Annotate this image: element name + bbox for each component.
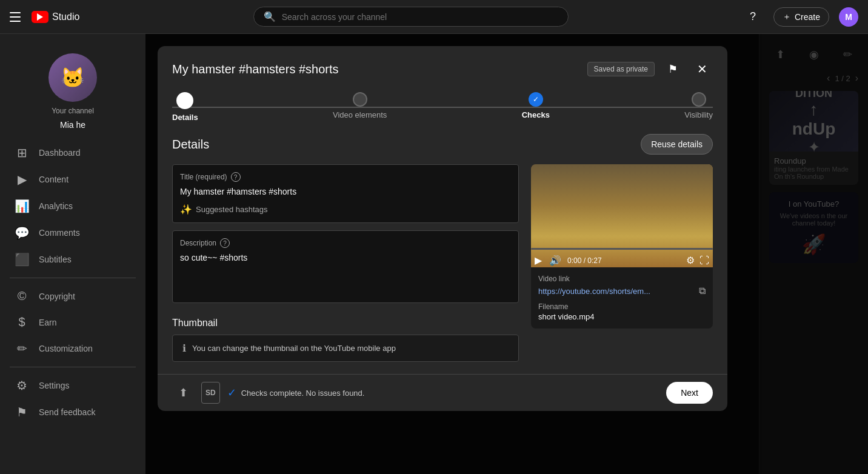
channel-avatar: 🐱 — [48, 53, 97, 102]
copyright-icon: © — [15, 289, 29, 303]
footer-status: ✓ Checks complete. No issues found. — [227, 386, 365, 399]
sidebar: 🐱 Your channel Mia he ⊞ Dashboard ▶ Cont… — [0, 34, 145, 474]
filename-label: Filename — [538, 302, 706, 311]
modal-footer: ⬆ SD ✓ Checks complete. No issues found.… — [158, 374, 727, 411]
sidebar-label-comments: Comments — [39, 228, 80, 238]
step-circle-checks: ✓ — [529, 92, 543, 107]
close-button[interactable]: ✕ — [691, 58, 713, 80]
step-visibility: Visibility — [684, 92, 713, 122]
footer-right: Next — [666, 382, 713, 404]
check-complete-icon: ✓ — [227, 386, 236, 399]
sidebar-item-earn[interactable]: $ Earn — [0, 309, 145, 335]
studio-label: Studio — [52, 12, 79, 22]
video-controls: ▶ 🔊 0:00 / 0:27 ⚙ ⛶ — [531, 253, 713, 267]
video-link-row: https://youtube.com/shorts/em... ⧉ — [538, 285, 706, 296]
step-details: Details — [172, 92, 198, 122]
step-circle-visibility — [692, 92, 706, 107]
nav-left: Studio — [10, 10, 79, 24]
help-button[interactable]: ? — [742, 6, 764, 28]
sidebar-item-copyright[interactable]: © Copyright — [0, 283, 145, 309]
earn-icon: $ — [15, 315, 29, 329]
channel-info: 🐱 Your channel Mia he — [0, 44, 145, 139]
settings-button[interactable]: ⚙ — [685, 253, 696, 267]
create-label: Create — [795, 12, 820, 22]
thumbnail-section: Thumbnail ℹ You can change the thumbnail… — [172, 318, 519, 362]
video-link[interactable]: https://youtube.com/shorts/em... — [538, 287, 650, 296]
search-input[interactable] — [282, 12, 558, 22]
reuse-details-button[interactable]: Reuse details — [641, 134, 713, 155]
sidebar-item-content[interactable]: ▶ Content — [0, 166, 145, 193]
sidebar-label-send-feedback: Send feedback — [39, 407, 95, 417]
section-title: Details — [172, 138, 209, 152]
copy-link-button[interactable]: ⧉ — [699, 285, 706, 296]
suggested-hashtags-label: Suggested hashtags — [196, 205, 268, 214]
dashboard-icon: ⊞ — [15, 145, 29, 160]
fullscreen-button[interactable]: ⛶ — [698, 253, 710, 267]
title-label: Title (required) ? — [180, 172, 511, 182]
suggested-hashtags[interactable]: ✨ Suggested hashtags — [180, 204, 511, 215]
search-icon: 🔍 — [264, 11, 276, 22]
comments-icon: 💬 — [15, 225, 29, 240]
sd-badge-button[interactable]: SD — [201, 382, 220, 404]
sidebar-item-analytics[interactable]: 📊 Analytics — [0, 193, 145, 219]
sidebar-label-subtitles: Subtitles — [39, 255, 72, 264]
sidebar-nav: ⊞ Dashboard ▶ Content 📊 Analytics 💬 Comm… — [0, 139, 145, 464]
stepper-steps: Details Video elements ✓ Checks — [172, 92, 713, 122]
footer-status-text: Checks complete. No issues found. — [241, 389, 365, 398]
sidebar-label-settings: Settings — [39, 381, 70, 390]
search-container: 🔍 — [79, 7, 742, 27]
feedback-icon: ⚑ — [15, 405, 29, 419]
time-display: 0:00 / 0:27 — [567, 256, 602, 265]
play-button[interactable]: ▶ — [533, 253, 543, 267]
step-label-checks: Checks — [522, 110, 550, 119]
step-circle-video-elements — [353, 92, 367, 107]
modal-overlay: My hamster #hamsters #shorts Saved as pr… — [145, 34, 868, 474]
step-label-video-elements: Video elements — [333, 110, 387, 119]
title-field-box[interactable]: Title (required) ? My hamster #hamsters … — [172, 164, 519, 223]
sidebar-divider-1 — [10, 278, 136, 278]
ctrl-right: ⚙ ⛶ — [685, 253, 710, 267]
youtube-logo-icon — [32, 11, 48, 23]
thumbnail-notice-text: You can change the thumbnail on the YouT… — [192, 344, 396, 353]
sidebar-item-customization[interactable]: ✏ Customization — [0, 335, 145, 362]
upload-icon-button[interactable]: ⬆ — [172, 382, 194, 404]
sidebar-label-analytics: Analytics — [39, 201, 73, 211]
sidebar-item-comments[interactable]: 💬 Comments — [0, 219, 145, 246]
top-nav: Studio 🔍 ? ＋ Create M — [0, 0, 868, 34]
flag-button[interactable]: ⚑ — [662, 58, 684, 80]
sidebar-item-send-feedback[interactable]: ⚑ Send feedback — [0, 399, 145, 426]
modal-header-right: Saved as private ⚑ ✕ — [587, 58, 713, 80]
main-content: Top videos Last 48 hours · Views My hams… — [145, 34, 868, 474]
sidebar-item-dashboard[interactable]: ⊞ Dashboard — [0, 139, 145, 166]
description-label: Description ? — [180, 238, 511, 248]
customization-icon: ✏ — [15, 341, 29, 356]
step-label-details: Details — [172, 113, 198, 122]
title-value: My hamster #hamsters #shorts — [180, 187, 511, 196]
upload-modal: My hamster #hamsters #shorts Saved as pr… — [158, 46, 727, 411]
description-help-icon[interactable]: ? — [220, 238, 230, 248]
content-icon: ▶ — [15, 172, 29, 187]
sidebar-label-dashboard: Dashboard — [39, 148, 81, 158]
sidebar-item-settings[interactable]: ⚙ Settings — [0, 372, 145, 399]
hamburger-menu[interactable] — [10, 10, 24, 24]
volume-button[interactable]: 🔊 — [548, 253, 563, 267]
title-help-icon[interactable]: ? — [231, 172, 241, 182]
sidebar-label-earn: Earn — [39, 318, 57, 327]
sidebar-item-subtitles[interactable]: ⬛ Subtitles — [0, 246, 145, 273]
sidebar-label-copyright: Copyright — [39, 292, 75, 301]
user-avatar[interactable]: M — [839, 7, 858, 27]
search-bar: 🔍 — [253, 7, 569, 27]
video-link-label: Video link — [538, 275, 706, 283]
progress-bar — [531, 248, 713, 250]
info-icon: ℹ — [182, 342, 186, 354]
step-label-visibility: Visibility — [684, 110, 713, 119]
subtitles-icon: ⬛ — [15, 252, 29, 267]
description-field-box[interactable]: Description ? so cute~~ #shorts — [172, 230, 519, 303]
thumbnail-notice: ℹ You can change the thumbnail on the Yo… — [172, 335, 519, 362]
create-button[interactable]: ＋ Create — [773, 7, 829, 27]
create-icon: ＋ — [783, 12, 791, 22]
next-button[interactable]: Next — [666, 382, 713, 404]
sidebar-divider-2 — [10, 367, 136, 367]
section-header: Details Reuse details — [172, 134, 713, 155]
sidebar-label-customization: Customization — [39, 344, 93, 353]
